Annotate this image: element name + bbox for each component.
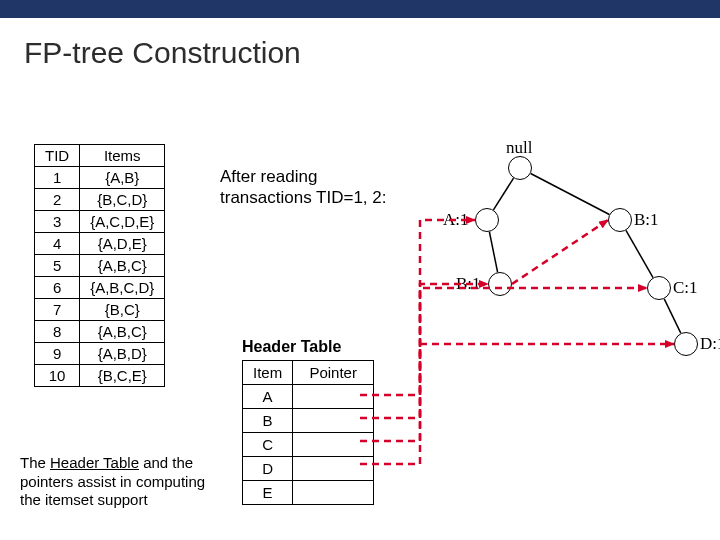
after-reading-caption: After reading transactions TID=1, 2:: [220, 166, 386, 209]
col-items: Items: [80, 145, 165, 167]
col-pointer: Pointer: [293, 361, 374, 385]
svg-line-1: [531, 174, 610, 215]
table-cell: 4: [35, 233, 80, 255]
col-tid: TID: [35, 145, 80, 167]
table-row: 5{A,B,C}: [35, 255, 165, 277]
table-row: 9{A,B,D}: [35, 343, 165, 365]
table-row: 2{B,C,D}: [35, 189, 165, 211]
tree-node: [508, 156, 532, 180]
footnote-pre: The: [20, 454, 50, 471]
pointer-cell: [293, 457, 374, 481]
table-row: 10{B,C,E}: [35, 365, 165, 387]
svg-line-4: [664, 299, 681, 333]
table-row: A: [243, 385, 374, 409]
svg-line-3: [626, 230, 653, 277]
table-cell: {A,B,C}: [80, 321, 165, 343]
table-row: 8{A,B,C}: [35, 321, 165, 343]
table-cell: 3: [35, 211, 80, 233]
table-cell: C: [243, 433, 293, 457]
pointer-cell: [293, 409, 374, 433]
table-row: 1{A,B}: [35, 167, 165, 189]
caption-line1: After reading: [220, 167, 317, 186]
table-cell: 2: [35, 189, 80, 211]
table-row: 7{B,C}: [35, 299, 165, 321]
table-cell: {A,B}: [80, 167, 165, 189]
table-row: D: [243, 457, 374, 481]
table-cell: 1: [35, 167, 80, 189]
pointer-cell: [293, 433, 374, 457]
svg-line-2: [489, 232, 497, 272]
table-header-row: TID Items: [35, 145, 165, 167]
table-row: B: [243, 409, 374, 433]
table-cell: A: [243, 385, 293, 409]
table-cell: {A,B,C,D}: [80, 277, 165, 299]
table-row: 6{A,B,C,D}: [35, 277, 165, 299]
table-row: 3{A,C,D,E}: [35, 211, 165, 233]
tree-node: [475, 208, 499, 232]
tree-node: [674, 332, 698, 356]
tree-node: [608, 208, 632, 232]
svg-line-0: [493, 178, 513, 210]
footnote-underlined: Header Table: [50, 454, 139, 471]
slide-title: FP-tree Construction: [24, 36, 301, 70]
col-item: Item: [243, 361, 293, 385]
tree-node: [647, 276, 671, 300]
table-cell: {B,C,E}: [80, 365, 165, 387]
tree-node-label: C:1: [673, 278, 698, 298]
slide-top-bar: [0, 0, 720, 18]
pointer-cell: [293, 385, 374, 409]
table-cell: {A,D,E}: [80, 233, 165, 255]
table-cell: 6: [35, 277, 80, 299]
tree-node-label: B:1: [456, 274, 481, 294]
header-table: Item Pointer ABCDE: [242, 360, 374, 505]
table-cell: 10: [35, 365, 80, 387]
table-row: C: [243, 433, 374, 457]
table-row: 4{A,D,E}: [35, 233, 165, 255]
table-cell: B: [243, 409, 293, 433]
header-table-title: Header Table: [242, 338, 341, 356]
tree-node: [488, 272, 512, 296]
table-cell: 7: [35, 299, 80, 321]
transactions-table: TID Items 1{A,B}2{B,C,D}3{A,C,D,E}4{A,D,…: [34, 144, 165, 387]
table-header-row: Item Pointer: [243, 361, 374, 385]
table-cell: 5: [35, 255, 80, 277]
tree-node-label: B:1: [634, 210, 659, 230]
footnote: The Header Table and the pointers assist…: [20, 454, 220, 510]
table-cell: {B,C,D}: [80, 189, 165, 211]
table-cell: {A,C,D,E}: [80, 211, 165, 233]
tree-node-label: A:1: [443, 210, 469, 230]
table-cell: 8: [35, 321, 80, 343]
table-cell: 9: [35, 343, 80, 365]
table-cell: E: [243, 481, 293, 505]
pointer-cell: [293, 481, 374, 505]
caption-line2: transactions TID=1, 2:: [220, 188, 386, 207]
tree-node-label: null: [506, 138, 532, 158]
table-cell: {B,C}: [80, 299, 165, 321]
table-row: E: [243, 481, 374, 505]
tree-node-label: D:1: [700, 334, 720, 354]
table-cell: {A,B,D}: [80, 343, 165, 365]
table-cell: {A,B,C}: [80, 255, 165, 277]
table-cell: D: [243, 457, 293, 481]
